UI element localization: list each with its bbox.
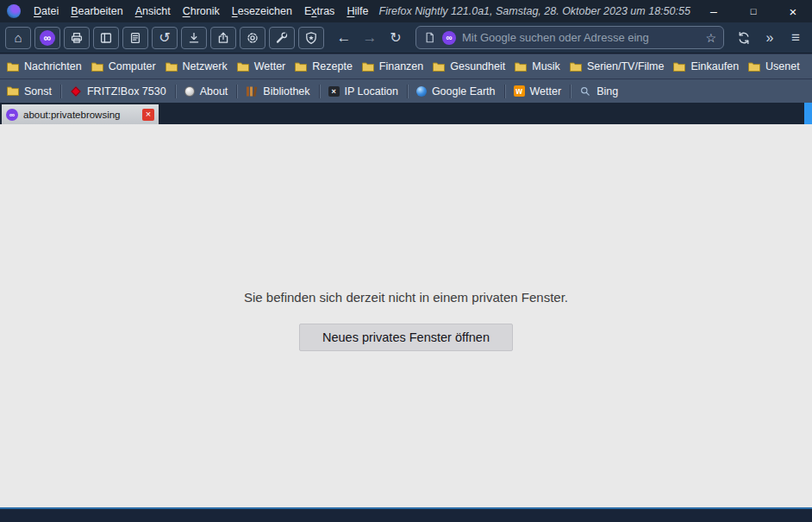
home-button[interactable]: ⌂ xyxy=(5,27,31,49)
folder-icon xyxy=(91,62,103,72)
protection-button[interactable] xyxy=(298,27,324,49)
forward-arrow-icon: → xyxy=(363,30,378,45)
window-title: Firefox Nightly 121.0a1, Samstag, 28. Ok… xyxy=(374,5,695,17)
reload-icon: ↻ xyxy=(390,31,401,45)
bookmark-item-einkaufen[interactable]: Einkaufen xyxy=(673,60,739,72)
bookmark-item-usenet[interactable]: Usenet xyxy=(748,60,800,72)
folder-icon xyxy=(673,62,685,72)
tab-bar: ∞ about:privatebrowsing × xyxy=(0,103,812,124)
minimize-button[interactable]: – xyxy=(707,4,721,18)
sidebar-icon xyxy=(99,31,113,45)
menu-button[interactable]: ≡ xyxy=(784,27,807,49)
bookmark-item-bing[interactable]: Bing xyxy=(579,85,618,97)
window-controls: – □ × xyxy=(707,4,800,19)
reload-button[interactable]: ↻ xyxy=(384,27,407,49)
bookmark-item-gesundheit[interactable]: Gesundheit xyxy=(433,60,505,72)
new-private-window-button[interactable]: Neues privates Fenster öffnen xyxy=(299,324,513,351)
reader-button[interactable] xyxy=(122,27,148,49)
bookmark-item-wetter[interactable]: Wetter xyxy=(237,60,286,72)
fritz-icon xyxy=(71,86,80,96)
tab-private-browsing[interactable]: ∞ about:privatebrowsing × xyxy=(2,104,159,124)
share-button[interactable] xyxy=(210,27,236,49)
bookmark-item-serien-tv-filme[interactable]: Serien/TV/Filme xyxy=(570,60,665,72)
about-icon xyxy=(184,86,195,97)
google-earth-icon xyxy=(416,86,427,97)
chevron-double-icon: » xyxy=(766,31,774,45)
hamburger-icon: ≡ xyxy=(791,30,800,45)
bookmark-star-icon[interactable]: ☆ xyxy=(705,32,716,44)
folder-icon xyxy=(515,62,527,72)
books-icon xyxy=(246,85,258,97)
wetter-icon: w xyxy=(514,85,525,97)
maximize-button[interactable]: □ xyxy=(746,6,760,16)
sync-button[interactable] xyxy=(733,27,755,49)
settings-button[interactable] xyxy=(240,27,265,49)
bookmark-item-rezepte[interactable]: Rezepte xyxy=(295,60,353,72)
wrench-icon xyxy=(275,31,289,45)
history-button[interactable]: ↺ xyxy=(152,27,178,49)
downloads-button[interactable] xyxy=(181,27,207,49)
firefox-logo-icon xyxy=(7,4,21,18)
separator xyxy=(236,85,237,98)
folder-icon xyxy=(166,62,178,72)
forward-button[interactable]: → xyxy=(359,27,381,49)
sidebar-button[interactable] xyxy=(93,27,119,49)
separator xyxy=(570,85,571,98)
overflow-button[interactable]: » xyxy=(759,27,781,49)
menu-item-bearbeiten[interactable]: Bearbeiten xyxy=(65,3,128,20)
menu-item-hilfe[interactable]: Hilfe xyxy=(340,3,374,20)
bookmark-item-musik[interactable]: Musik xyxy=(515,60,560,72)
back-button[interactable]: ← xyxy=(333,27,355,49)
bookmark-item-ip-location[interactable]: × IP Location xyxy=(328,85,398,97)
separator xyxy=(175,85,176,98)
bookmark-item-computer[interactable]: Computer xyxy=(91,60,156,72)
bookmark-item-finanzen[interactable]: Finanzen xyxy=(362,60,423,72)
menu-item-extras[interactable]: Extras xyxy=(298,3,340,20)
folder-icon xyxy=(570,62,582,72)
private-badge-icon: ∞ xyxy=(442,31,456,45)
gear-icon xyxy=(246,31,259,45)
menu-item-datei[interactable]: Datei xyxy=(28,3,65,20)
bookmark-item-wetter2[interactable]: w Wetter xyxy=(514,85,562,97)
tools-button[interactable] xyxy=(269,27,295,49)
private-mask-icon: ∞ xyxy=(40,30,55,46)
bookmark-item-sonst[interactable]: Sonst xyxy=(7,85,52,97)
bookmark-item-netzwerk[interactable]: Netzwerk xyxy=(166,60,228,72)
private-browsing-message: Sie befinden sich derzeit nicht in einem… xyxy=(244,290,568,305)
private-browsing-page: Sie befinden sich derzeit nicht in einem… xyxy=(0,124,812,507)
folder-icon xyxy=(7,86,19,96)
edge-accent xyxy=(804,103,812,124)
close-button[interactable]: × xyxy=(786,4,800,19)
shield-icon xyxy=(304,31,318,45)
print-button[interactable] xyxy=(64,27,90,49)
separator xyxy=(60,85,61,98)
page-icon xyxy=(423,31,436,44)
menu-item-ansicht[interactable]: Ansicht xyxy=(129,3,177,20)
tab-close-button[interactable]: × xyxy=(142,109,154,121)
history-icon: ↺ xyxy=(159,31,170,45)
bookmark-item-about[interactable]: About xyxy=(184,85,228,97)
address-input[interactable] xyxy=(462,31,699,44)
folder-icon xyxy=(237,62,249,72)
bookmark-item-google-earth[interactable]: Google Earth xyxy=(416,85,496,97)
menu-item-lesezeichen[interactable]: Lesezeichen xyxy=(226,3,298,20)
tab-label: about:privatebrowsing xyxy=(23,110,137,120)
folder-icon xyxy=(7,62,19,72)
navigation-toolbar: ⌂ ∞ ↺ xyxy=(0,22,812,53)
private-browsing-button[interactable]: ∞ xyxy=(34,27,60,49)
folder-icon xyxy=(362,62,374,72)
folder-icon xyxy=(433,62,445,72)
menubar: Datei Bearbeiten Ansicht Chronik Lesezei… xyxy=(0,0,812,22)
bookmark-item-nachrichten[interactable]: Nachrichten xyxy=(7,60,82,72)
bookmark-item-fritzbox[interactable]: FRITZ!Box 7530 xyxy=(70,85,166,97)
ip-location-icon: × xyxy=(328,86,340,97)
bottom-bar xyxy=(0,507,812,522)
home-icon: ⌂ xyxy=(14,31,22,44)
folder-icon xyxy=(748,62,760,72)
back-arrow-icon: ← xyxy=(337,30,352,45)
tab-mask-icon: ∞ xyxy=(6,109,18,121)
sync-icon xyxy=(737,31,751,45)
bookmark-item-bibliothek[interactable]: Bibliothek xyxy=(246,85,309,97)
url-bar[interactable]: ∞ ☆ xyxy=(415,26,724,49)
menu-item-chronik[interactable]: Chronik xyxy=(177,3,226,20)
